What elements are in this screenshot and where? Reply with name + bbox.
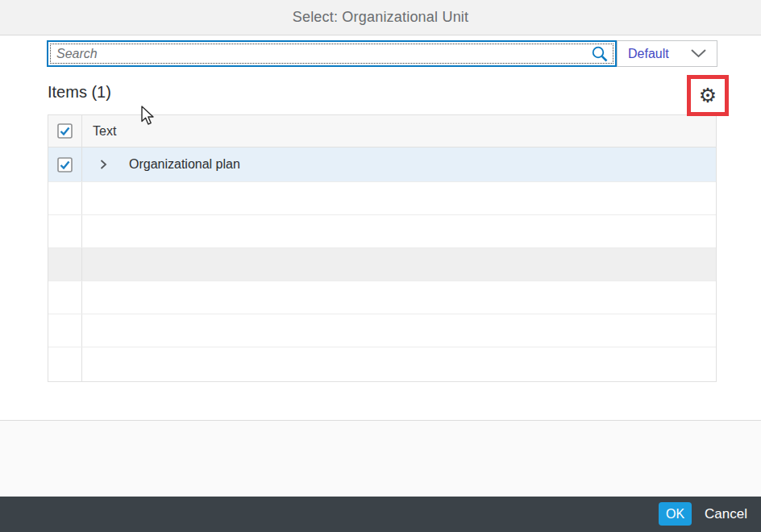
dialog-footer: OK Cancel: [0, 497, 761, 532]
table-header-row: Text: [48, 115, 716, 148]
ok-button[interactable]: OK: [659, 502, 692, 526]
row-checkbox-cell: [48, 148, 82, 181]
column-header-text[interactable]: Text: [82, 115, 716, 147]
table-row-empty: [48, 182, 716, 215]
dialog-header: Select: Organizational Unit: [0, 0, 761, 35]
variant-selected-value: Default: [628, 47, 690, 61]
settings-button-highlight: ⚙: [687, 75, 729, 116]
items-table: Text Organizational plan: [48, 114, 717, 382]
row-checkbox[interactable]: [57, 157, 73, 172]
table-row[interactable]: Organizational plan: [48, 148, 716, 182]
expand-chevron-icon[interactable]: [97, 158, 110, 171]
gear-icon: ⚙: [699, 85, 717, 106]
search-icon[interactable]: [589, 44, 610, 64]
select-all-checkbox[interactable]: [57, 123, 73, 139]
table-row-empty: [48, 314, 716, 347]
table-settings-button[interactable]: ⚙: [691, 79, 725, 112]
table-row-empty: [48, 347, 716, 381]
chevron-down-icon: [690, 47, 707, 61]
dialog-title: Select: Organizational Unit: [293, 9, 469, 26]
table-row-empty: [48, 248, 716, 281]
row-label: Organizational plan: [129, 157, 240, 172]
select-organizational-unit-dialog: Select: Organizational Unit Default Item…: [0, 0, 761, 532]
cancel-button[interactable]: Cancel: [700, 502, 758, 526]
items-count-heading: Items (1): [48, 83, 111, 102]
variant-select[interactable]: Default: [617, 40, 717, 67]
table-row-empty: [48, 281, 716, 314]
selected-items-panel: Selected Items (2) Organizational plan ⊗…: [0, 420, 761, 497]
table-row-empty: [48, 215, 716, 248]
search-input[interactable]: [47, 40, 617, 67]
select-all-cell: [48, 115, 82, 147]
